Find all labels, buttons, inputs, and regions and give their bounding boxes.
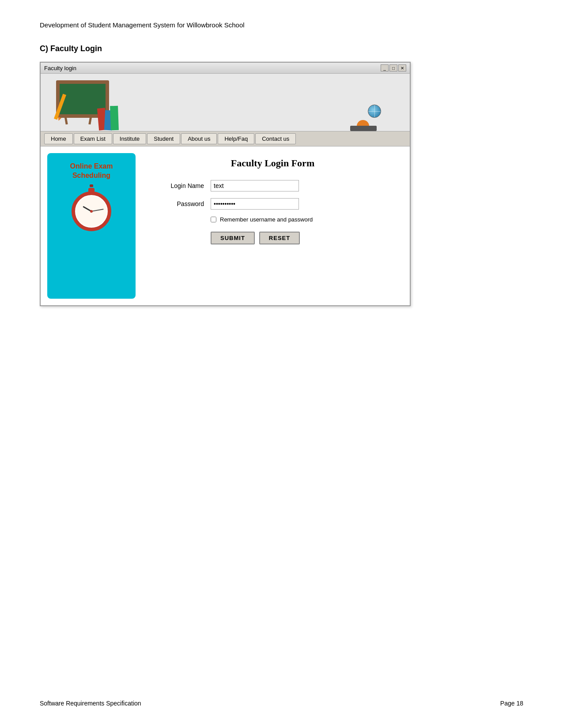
banner-area <box>41 74 410 131</box>
form-title: Faculty Login Form <box>151 158 394 169</box>
page-header: Development of Student Management System… <box>40 21 245 29</box>
main-content: Online ExamScheduling Faculty Login Form <box>41 146 410 305</box>
login-name-label: Login Name <box>151 182 204 189</box>
nav-help-faq[interactable]: Help/Faq <box>218 133 254 144</box>
nav-contact-us[interactable]: Contact us <box>255 133 296 144</box>
clock-outer <box>72 191 111 231</box>
login-name-row: Login Name <box>151 180 394 191</box>
password-input[interactable] <box>211 198 299 210</box>
character-body <box>348 78 383 131</box>
left-panel: Online ExamScheduling <box>47 153 136 299</box>
clock-hand-minute <box>91 209 104 212</box>
navbar: Home Exam List Institute Student About u… <box>41 131 410 146</box>
title-bar: Faculty login _ □ ✕ <box>41 63 410 74</box>
nav-home[interactable]: Home <box>44 133 73 144</box>
clock-center <box>90 210 93 213</box>
submit-button[interactable]: SUBMIT <box>211 232 255 244</box>
clock-illustration <box>72 191 111 231</box>
window-controls: _ □ ✕ <box>381 64 406 71</box>
character-area <box>348 78 383 131</box>
clock-inner <box>76 196 107 227</box>
password-row: Password <box>151 198 394 210</box>
remember-label: Remember username and password <box>220 216 313 223</box>
nav-institute[interactable]: Institute <box>113 133 147 144</box>
left-panel-title: Online ExamScheduling <box>70 162 113 180</box>
section-title: C) Faculty Login <box>40 44 102 53</box>
clock-top-button <box>88 188 94 192</box>
nav-exam-list[interactable]: Exam List <box>74 133 112 144</box>
right-panel: Faculty Login Form Login Name Password R… <box>142 153 403 299</box>
login-name-input[interactable] <box>211 180 299 191</box>
laptop-decoration <box>350 126 377 131</box>
maximize-button[interactable]: □ <box>389 64 397 71</box>
close-button[interactable]: ✕ <box>398 64 406 71</box>
globe-grid-v <box>374 105 375 117</box>
remember-checkbox[interactable] <box>211 217 216 222</box>
remember-row: Remember username and password <box>211 216 394 223</box>
clock-button-top <box>90 184 93 187</box>
button-row: SUBMIT RESET <box>211 232 394 244</box>
window-title: Faculty login <box>44 65 76 71</box>
footer-left: Software Requirements Specification <box>40 700 141 707</box>
globe-decoration <box>368 105 381 118</box>
faculty-login-window: Faculty login _ □ ✕ <box>40 62 411 306</box>
book3-decoration <box>110 106 119 131</box>
nav-student[interactable]: Student <box>147 133 180 144</box>
page-footer: Software Requirements Specification Page… <box>40 700 523 707</box>
reset-button[interactable]: RESET <box>259 232 300 244</box>
footer-right: Page 18 <box>500 700 523 707</box>
minimize-button[interactable]: _ <box>381 64 389 71</box>
password-label: Password <box>151 200 204 207</box>
nav-about-us[interactable]: About us <box>181 133 217 144</box>
pencil-tip <box>57 117 61 121</box>
